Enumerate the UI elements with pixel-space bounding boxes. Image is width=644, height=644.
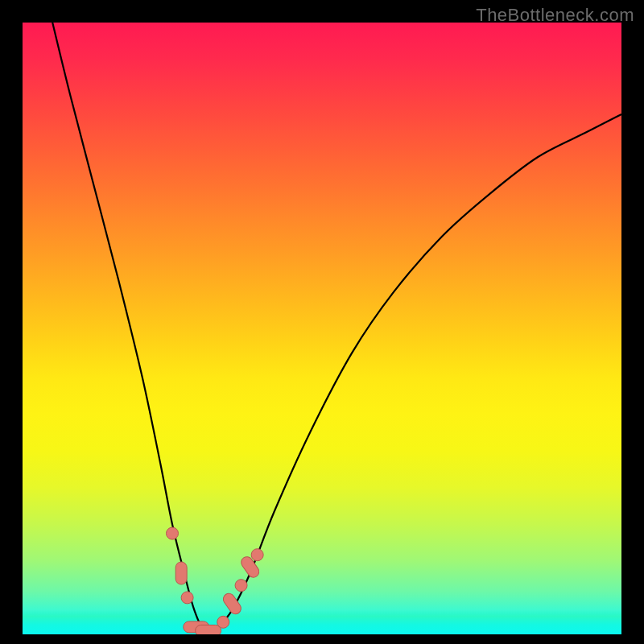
chart-frame: TheBottleneck.com — [0, 0, 644, 644]
bottleneck-curve-svg — [23, 23, 621, 634]
plot-area — [23, 23, 621, 634]
curve-marker — [235, 580, 247, 592]
curve-marker — [196, 625, 221, 634]
curve-group — [52, 23, 621, 631]
curve-marker — [181, 592, 193, 604]
bottleneck-curve-path — [52, 23, 621, 631]
curve-marker — [175, 562, 187, 584]
watermark-text: TheBottleneck.com — [476, 5, 634, 26]
curve-marker — [217, 616, 229, 628]
curve-marker — [251, 549, 263, 561]
markers-group — [167, 527, 264, 634]
curve-marker — [167, 527, 179, 539]
